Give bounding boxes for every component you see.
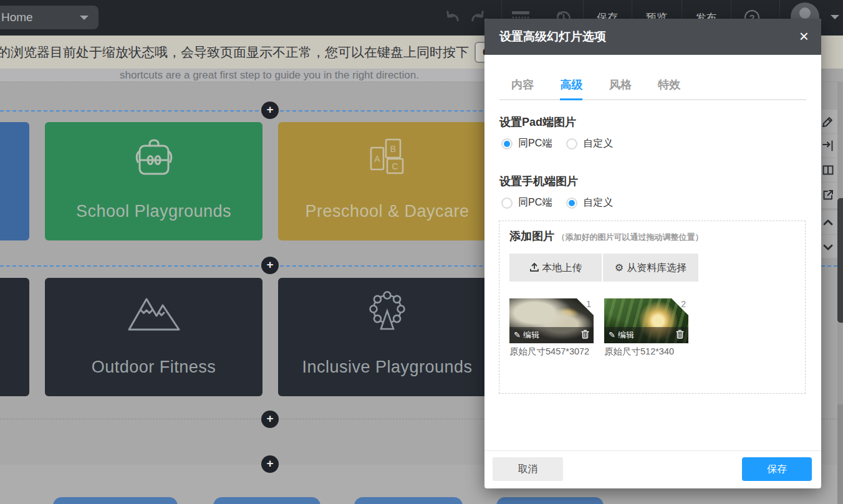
radio-checked-icon[interactable]: [566, 197, 577, 209]
tile-label: School Playgrounds: [76, 202, 231, 221]
radio-label: 同PC端: [518, 196, 552, 209]
modal-title: 设置高级幻灯片选项: [499, 19, 606, 55]
redo-icon[interactable]: [469, 9, 486, 27]
hint-strip-text: shortcuts are a great first step to guid…: [0, 69, 539, 82]
add-images-note: （添加好的图片可以通过拖动调整位置）: [557, 232, 703, 242]
choose-from-library-button[interactable]: ⚙从资料库选择: [603, 254, 698, 282]
delete-image-button[interactable]: [581, 330, 589, 341]
tile-preschool-daycare[interactable]: A B C Preschool & Daycare: [278, 122, 496, 240]
mobile-image-options: 同PC端 自定义: [501, 196, 806, 209]
image-item-1: 1 ✎编辑 原始尺寸5457*3072: [509, 298, 597, 358]
modal-header: 设置高级幻灯片选项 ×: [484, 19, 821, 55]
scrollbar-thumb[interactable]: [837, 198, 843, 323]
gear-icon: ⚙: [615, 262, 624, 273]
image-original-size: 原始尺寸5457*3072: [509, 346, 597, 358]
plus-icon: +: [266, 103, 273, 116]
image-order-number: 2: [681, 299, 686, 309]
tile-label: Preschool & Daycare: [305, 202, 469, 221]
tab-style[interactable]: 风格: [609, 77, 632, 98]
pill-button-partial[interactable]: [213, 497, 320, 504]
add-section-button[interactable]: +: [261, 257, 279, 274]
thumbnail-toolbar: ✎编辑: [604, 327, 688, 343]
delete-image-button[interactable]: [676, 330, 684, 341]
image-thumbnail-1[interactable]: 1 ✎编辑: [509, 298, 594, 343]
plus-icon: +: [266, 457, 273, 470]
mobile-same-as-pc-option[interactable]: 同PC端: [501, 196, 552, 209]
edit-label: 编辑: [523, 330, 539, 340]
plus-icon: +: [266, 412, 273, 425]
image-item-2: 2 ✎编辑 原始尺寸512*340: [604, 298, 691, 358]
pad-image-options: 同PC端 自定义: [501, 137, 806, 150]
scrollbar-track[interactable]: [837, 82, 843, 504]
radio-label: 同PC端: [518, 137, 552, 150]
pill-button-partial[interactable]: [53, 497, 178, 504]
tab-advanced[interactable]: 高级: [560, 77, 582, 100]
pad-section-title: 设置Pad端图片: [499, 115, 806, 130]
tile-outdoor-fitness[interactable]: Outdoor Fitness: [45, 278, 263, 396]
tile-school-playgrounds[interactable]: School Playgrounds: [45, 122, 263, 240]
page-selector-label: Home: [1, 11, 33, 24]
add-section-button[interactable]: +: [261, 455, 279, 473]
edit-image-button[interactable]: ✎编辑: [514, 330, 581, 341]
editor-screen: Home 保存 预览 发布 ? 的浏览器目前处于缩放状态哦，会导致页面显示不正常…: [0, 0, 843, 504]
abc-blocks-icon: A B C: [367, 135, 408, 179]
mountains-icon: [125, 290, 183, 335]
add-images-buttons: 本地上传 ⚙从资料库选择: [509, 254, 795, 282]
svg-text:A: A: [374, 154, 380, 164]
pill-button-partial[interactable]: [496, 497, 604, 504]
tile-label: Inclusive Playgrounds: [302, 358, 472, 377]
radio-label: 自定义: [583, 137, 613, 150]
tile-partial-left[interactable]: [0, 278, 29, 396]
scrollbar-track-lower: [837, 404, 843, 504]
plus-icon: +: [266, 258, 273, 271]
ferris-wheel-icon: [364, 290, 410, 335]
edit-image-button[interactable]: ✎编辑: [609, 330, 676, 341]
svg-text:C: C: [392, 161, 398, 171]
radio-checked-icon[interactable]: [501, 138, 513, 150]
account-chevron-down-icon[interactable]: [831, 15, 839, 24]
trash-icon: [676, 330, 684, 339]
tab-effects[interactable]: 特效: [658, 77, 680, 98]
pad-custom-option[interactable]: 自定义: [566, 137, 613, 150]
add-section-button[interactable]: +: [261, 411, 279, 428]
svg-text:B: B: [390, 144, 396, 154]
tab-content[interactable]: 内容: [511, 77, 534, 98]
page-selector-dropdown[interactable]: Home: [0, 6, 99, 29]
image-thumbnail-2[interactable]: 2 ✎编辑: [604, 298, 688, 343]
save-button[interactable]: 保存: [742, 457, 812, 481]
trash-icon: [581, 330, 589, 339]
pencil-icon: ✎: [514, 330, 521, 340]
notice-text: 的浏览器目前处于缩放状态哦，会导致页面显示不正常，您可以在键盘上同时按下: [0, 44, 469, 61]
radio-label: 自定义: [583, 196, 613, 209]
image-order-number: 1: [586, 299, 591, 309]
pill-button-partial[interactable]: [354, 497, 463, 504]
tile-partial-left[interactable]: [0, 122, 29, 240]
slideshow-options-modal: 设置高级幻灯片选项 × 内容 高级 风格 特效 设置Pad端图片 同PC端 自定…: [484, 19, 821, 488]
undo-icon[interactable]: [444, 9, 461, 27]
tile-inclusive-playgrounds[interactable]: Inclusive Playgrounds: [278, 278, 496, 396]
close-icon[interactable]: ×: [799, 27, 809, 45]
local-upload-button[interactable]: 本地上传: [509, 254, 602, 282]
cancel-button[interactable]: 取消: [493, 457, 563, 481]
chevron-down-icon: [80, 16, 89, 24]
upload-icon: [529, 262, 539, 272]
add-images-box: 添加图片 （添加好的图片可以通过拖动调整位置） 本地上传 ⚙从资料库选择 1 ✎…: [499, 221, 806, 394]
schoolbag-icon: [129, 135, 179, 179]
thumbnail-toolbar: ✎编辑: [509, 327, 594, 343]
tile-label: Outdoor Fitness: [92, 358, 216, 377]
upload-label: 本地上传: [542, 262, 582, 273]
modal-tabs: 内容 高级 风格 特效: [499, 77, 806, 100]
library-label: 从资料库选择: [627, 262, 686, 273]
radio-unchecked-icon[interactable]: [501, 197, 513, 209]
add-images-title: 添加图片: [509, 230, 554, 242]
add-section-button[interactable]: +: [261, 102, 279, 119]
radio-unchecked-icon[interactable]: [566, 138, 577, 150]
modal-footer: 取消 保存: [484, 450, 821, 488]
image-thumbnails: 1 ✎编辑 原始尺寸5457*3072 2 ✎编辑: [509, 298, 795, 358]
pencil-icon: ✎: [609, 330, 615, 340]
edit-label: 编辑: [618, 330, 634, 340]
pad-same-as-pc-option[interactable]: 同PC端: [501, 137, 552, 150]
image-original-size: 原始尺寸512*340: [604, 346, 691, 358]
mobile-custom-option[interactable]: 自定义: [566, 196, 613, 209]
mobile-section-title: 设置手机端图片: [499, 174, 806, 189]
